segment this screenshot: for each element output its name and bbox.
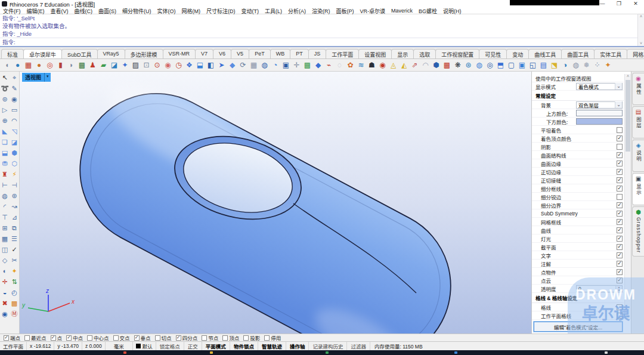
- toolbar-icon[interactable]: ◷: [174, 60, 183, 70]
- panel-row[interactable]: 常规设定: [532, 91, 624, 101]
- menu-item[interactable]: 工具(L): [262, 7, 285, 15]
- setting-checkbox[interactable]: [617, 261, 623, 267]
- toolbar-icon[interactable]: ⟳: [239, 60, 247, 70]
- setting-checkbox[interactable]: [617, 160, 623, 166]
- setting-checkbox[interactable]: [617, 211, 623, 217]
- tool-icon[interactable]: ▷: [1, 105, 10, 115]
- setting-checkbox[interactable]: [617, 244, 623, 250]
- toolbar-tab[interactable]: 实体工具: [594, 49, 627, 58]
- toolbar-tab[interactable]: 设置视图: [358, 49, 392, 58]
- panel-row[interactable]: 格线: [532, 303, 624, 311]
- osnap-checkbox[interactable]: [134, 335, 140, 341]
- panel-row[interactable]: 格线 & 格线轴设定: [532, 293, 624, 303]
- tool-icon[interactable]: ◍: [1, 191, 10, 200]
- toolbar-tab[interactable]: VRay5: [97, 49, 125, 58]
- panel-row[interactable]: 工作平面格线: [532, 311, 624, 320]
- side-panel-tab[interactable]: ▣ 显示: [632, 173, 644, 205]
- panel-row[interactable]: 使用中的工作视窗 透视图 透视图 透视图: [532, 74, 624, 82]
- toolbar-tab[interactable]: 网格工具: [627, 49, 644, 58]
- menu-item[interactable]: 面板(P): [333, 7, 357, 15]
- toolbar-icon[interactable]: ◍: [475, 60, 484, 70]
- side-panel-tab[interactable]: ⬢ Grasshopper: [632, 206, 644, 257]
- tool-icon[interactable]: ⌖: [10, 73, 19, 82]
- setting-dropdown[interactable]: 双色渐层: [576, 101, 623, 109]
- osnap-toggle[interactable]: 顶点: [222, 334, 239, 341]
- toolbar-tab[interactable]: WB: [270, 49, 291, 58]
- toolbar-tab[interactable]: V6: [213, 49, 231, 58]
- panel-row[interactable]: 显示模式 着色模式 着色模式 着色模式: [532, 82, 624, 91]
- tool-icon[interactable]: ⊣: [10, 180, 19, 190]
- maximize-button[interactable]: ❐: [611, 0, 627, 8]
- toolbar-tab[interactable]: 可见性: [479, 49, 507, 58]
- osnap-toggle[interactable]: 点: [51, 334, 63, 341]
- setting-checkbox[interactable]: [617, 236, 623, 242]
- toolbar-icon[interactable]: ▨: [131, 60, 140, 70]
- cplane-cell[interactable]: 工作平面: [0, 342, 27, 350]
- panel-row[interactable]: 曲面边缘: [532, 159, 624, 168]
- menu-item[interactable]: 说明(H): [440, 7, 465, 15]
- toolbar-icon[interactable]: ◍: [571, 60, 580, 70]
- panel-row[interactable]: SubD Symmetry: [532, 209, 624, 218]
- menu-item[interactable]: VR-卓尔谟: [357, 7, 389, 15]
- panel-row[interactable]: 曲面结构线: [532, 151, 624, 159]
- toolbar-icon[interactable]: ✿: [346, 60, 355, 70]
- toolbar-icon[interactable]: ⊛: [464, 60, 473, 70]
- panel-row[interactable]: 截平面: [532, 243, 624, 251]
- panel-row[interactable]: 下方颜色:: [532, 118, 624, 126]
- menu-item[interactable]: 分析(A): [285, 7, 309, 15]
- osnap-toggle[interactable]: 中心点: [87, 334, 109, 341]
- panel-row[interactable]: 点云: [532, 276, 624, 285]
- panel-row[interactable]: 注解: [532, 260, 624, 268]
- tool-icon[interactable]: ↖: [1, 73, 10, 82]
- tool-icon[interactable]: ⊕: [1, 116, 10, 125]
- toolbar-icon[interactable]: ◧: [206, 60, 215, 70]
- tool-icon[interactable]: ▭: [10, 105, 19, 115]
- setting-checkbox[interactable]: [617, 277, 623, 283]
- toolbar-tab[interactable]: V5: [231, 49, 249, 58]
- toolbar-icon[interactable]: ◍: [260, 60, 269, 70]
- toolbar-icon[interactable]: ◭: [400, 60, 408, 70]
- toolbar-tab[interactable]: 工作视窗配置: [435, 49, 479, 58]
- toolbar-tab[interactable]: 工作平面: [326, 49, 359, 58]
- toolbar-icon[interactable]: ▦: [24, 60, 33, 70]
- toolbar-icon[interactable]: ☗: [367, 60, 376, 70]
- toolbar-icon[interactable]: ▩: [442, 60, 451, 70]
- panel-row[interactable]: 背景 双色渐层 双色渐层 双色渐层: [532, 101, 624, 109]
- toolbar-icon[interactable]: ◌: [335, 60, 344, 70]
- osnap-toggle[interactable]: 四分点: [176, 334, 198, 341]
- toolbar-icon[interactable]: ◆: [228, 60, 237, 70]
- viewport-menu-arrow-icon[interactable]: ▾: [44, 73, 51, 82]
- panel-row[interactable]: 点物件: [532, 268, 624, 276]
- panel-row[interactable]: 上方颜色:: [532, 109, 624, 118]
- setting-checkbox[interactable]: [617, 269, 623, 275]
- tool-icon[interactable]: ▩: [10, 298, 19, 308]
- tool-icon[interactable]: ⊚: [1, 94, 10, 104]
- panel-row[interactable]: 文字: [532, 251, 624, 260]
- tool-icon[interactable]: ❏: [1, 137, 10, 147]
- edit-display-mode-button[interactable]: 编辑"着色模式"设定...: [534, 322, 623, 332]
- toolbar-icon[interactable]: ▩: [303, 60, 312, 70]
- menu-item[interactable]: 曲面(S): [95, 7, 119, 15]
- tool-icon[interactable]: ◒: [1, 288, 10, 297]
- osnap-checkbox[interactable]: [113, 335, 119, 341]
- panel-row[interactable]: 网格框线: [532, 218, 624, 226]
- setting-checkbox[interactable]: [617, 219, 623, 225]
- setting-spinner[interactable]: 0: [576, 285, 623, 292]
- toolbar-tab[interactable]: PT: [290, 49, 309, 58]
- tool-icon[interactable]: ◇: [1, 255, 10, 265]
- toolbar-icon[interactable]: ◎: [45, 60, 54, 70]
- tool-icon[interactable]: ⬢: [10, 148, 19, 158]
- side-panel-tab[interactable]: ▤ 图层: [632, 106, 644, 138]
- setting-checkbox[interactable]: [617, 194, 623, 200]
- tool-icon[interactable]: ⬡: [10, 159, 19, 168]
- toolbar-icon[interactable]: ◎: [485, 60, 494, 70]
- panel-row[interactable]: 灯光: [532, 234, 624, 243]
- toolbar-icon[interactable]: ◗: [67, 60, 76, 70]
- viewport-tab[interactable]: 透视图: [22, 73, 44, 82]
- toolbar-tab[interactable]: 曲线工具: [528, 49, 562, 58]
- tool-icon[interactable]: ◜: [1, 202, 10, 211]
- toolbar-tab[interactable]: V7: [195, 49, 213, 58]
- menu-item[interactable]: 渲染(R): [309, 7, 333, 15]
- units-cell[interactable]: 毫米: [106, 342, 133, 350]
- tool-icon[interactable]: ⊢: [1, 180, 10, 190]
